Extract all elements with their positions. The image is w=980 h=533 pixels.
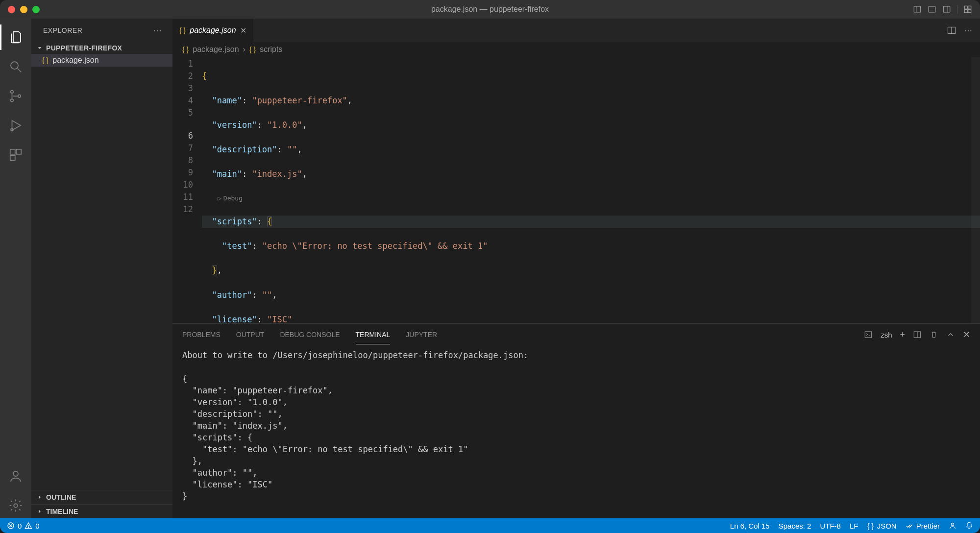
svg-rect-17 <box>16 149 21 154</box>
svg-point-20 <box>14 504 18 508</box>
svg-point-30 <box>28 527 29 528</box>
panel-toggle-right-icon[interactable] <box>942 5 951 14</box>
terminal-launch-icon[interactable] <box>864 330 873 339</box>
terminal-shell-label[interactable]: zsh <box>881 331 892 339</box>
bottom-panel: PROBLEMS OUTPUT DEBUG CONSOLE TERMINAL J… <box>172 323 980 518</box>
svg-rect-18 <box>10 155 15 160</box>
svg-line-11 <box>18 69 22 73</box>
minimap[interactable] <box>971 57 980 323</box>
json-object-icon: { } <box>249 46 256 53</box>
warning-icon <box>24 522 32 530</box>
svg-rect-23 <box>865 332 872 338</box>
tab-label: package.json <box>190 26 236 35</box>
status-eol[interactable]: LF <box>850 522 858 530</box>
code-editor[interactable]: 12345 6789101112 { "name": "puppeteer-fi… <box>172 57 980 323</box>
window-title: package.json — puppeteer-firefox <box>431 5 549 14</box>
status-errors[interactable]: 0 0 <box>7 522 40 530</box>
svg-point-12 <box>11 91 14 94</box>
activity-source-control[interactable] <box>0 83 31 109</box>
json-file-icon: { } <box>182 46 189 53</box>
svg-rect-8 <box>964 10 967 13</box>
svg-rect-9 <box>968 10 971 13</box>
braces-icon: { } <box>867 522 874 530</box>
check-double-icon <box>906 522 913 530</box>
section-outline[interactable]: OUTLINE <box>31 490 172 504</box>
split-editor-icon[interactable] <box>947 25 956 35</box>
editor-tabs: { } package.json ✕ ⋯ <box>172 19 980 42</box>
error-icon <box>7 522 15 530</box>
svg-rect-2 <box>929 6 935 12</box>
chevron-right-icon <box>36 494 43 501</box>
line-gutter: 12345 6789101112 <box>172 57 202 323</box>
statusbar: 0 0 Ln 6, Col 15 Spaces: 2 UTF-8 LF { }J… <box>0 518 980 533</box>
activity-accounts[interactable] <box>0 463 31 489</box>
activity-extensions[interactable] <box>0 142 31 168</box>
close-window-button[interactable] <box>8 6 15 13</box>
titlebar: package.json — puppeteer-firefox <box>0 0 980 19</box>
panel-tab-debug-console[interactable]: DEBUG CONSOLE <box>280 331 340 339</box>
maximize-window-button[interactable] <box>32 6 40 13</box>
debug-codelens[interactable]: ▷Debug <box>202 193 980 203</box>
svg-point-14 <box>18 95 21 97</box>
trash-icon[interactable] <box>930 330 938 339</box>
tab-package-json[interactable]: { } package.json ✕ <box>172 19 253 42</box>
file-name: package.json <box>52 56 98 65</box>
chevron-down-icon <box>36 45 43 51</box>
svg-rect-4 <box>943 6 950 12</box>
sidebar-title: EXPLORER <box>43 26 82 34</box>
status-indent[interactable]: Spaces: 2 <box>779 522 811 530</box>
status-language[interactable]: { }JSON <box>867 522 896 530</box>
new-terminal-icon[interactable]: + <box>900 330 905 340</box>
svg-rect-7 <box>968 6 971 9</box>
svg-rect-0 <box>914 6 921 12</box>
activity-settings[interactable] <box>0 493 31 518</box>
svg-point-19 <box>13 471 18 476</box>
terminal-output[interactable]: About to write to /Users/josephineloo/pu… <box>172 345 980 518</box>
status-feedback[interactable] <box>949 522 956 530</box>
sidebar-more-icon[interactable]: ⋯ <box>153 25 162 36</box>
status-cursor[interactable]: Ln 6, Col 15 <box>730 522 770 530</box>
file-item-package-json[interactable]: { } package.json <box>31 54 172 67</box>
code-content[interactable]: { "name": "puppeteer-firefox", "version"… <box>202 57 980 323</box>
separator <box>957 5 957 14</box>
folder-name: PUPPETEER-FIREFOX <box>46 44 122 52</box>
svg-rect-16 <box>10 149 15 154</box>
svg-rect-6 <box>964 6 967 9</box>
breadcrumb[interactable]: { } package.json › { } scripts <box>172 42 980 57</box>
close-panel-icon[interactable]: ✕ <box>963 329 970 340</box>
activity-run-debug[interactable] <box>0 113 31 138</box>
activity-search[interactable] <box>0 54 31 79</box>
feedback-icon <box>949 522 956 530</box>
section-timeline[interactable]: TIMELINE <box>31 504 172 518</box>
svg-point-31 <box>951 523 954 526</box>
chevron-right-icon <box>36 508 43 515</box>
customize-layout-icon[interactable] <box>963 5 972 14</box>
json-file-icon: { } <box>179 26 186 34</box>
bell-icon <box>965 522 973 530</box>
minimize-window-button[interactable] <box>20 6 27 13</box>
activity-bar <box>0 19 31 518</box>
status-encoding[interactable]: UTF-8 <box>820 522 841 530</box>
panel-tab-terminal[interactable]: TERMINAL <box>356 331 391 339</box>
json-file-icon: { } <box>42 56 49 64</box>
folder-header[interactable]: PUPPETEER-FIREFOX <box>31 42 172 54</box>
panel-toggle-left-icon[interactable] <box>913 5 922 14</box>
sidebar: EXPLORER ⋯ PUPPETEER-FIREFOX { } package… <box>31 19 172 518</box>
status-bell[interactable] <box>965 522 973 530</box>
close-tab-icon[interactable]: ✕ <box>240 26 246 35</box>
panel-tab-output[interactable]: OUTPUT <box>236 331 265 339</box>
split-terminal-icon[interactable] <box>913 330 922 339</box>
panel-tab-problems[interactable]: PROBLEMS <box>182 331 220 339</box>
svg-point-10 <box>11 62 18 69</box>
panel-tab-jupyter[interactable]: JUPYTER <box>406 331 437 339</box>
activity-explorer[interactable] <box>0 24 31 50</box>
svg-point-13 <box>11 99 14 102</box>
panel-toggle-bottom-icon[interactable] <box>928 5 936 14</box>
chevron-up-icon[interactable] <box>946 330 955 339</box>
tab-more-icon[interactable]: ⋯ <box>964 26 972 35</box>
status-formatter[interactable]: Prettier <box>906 522 940 530</box>
